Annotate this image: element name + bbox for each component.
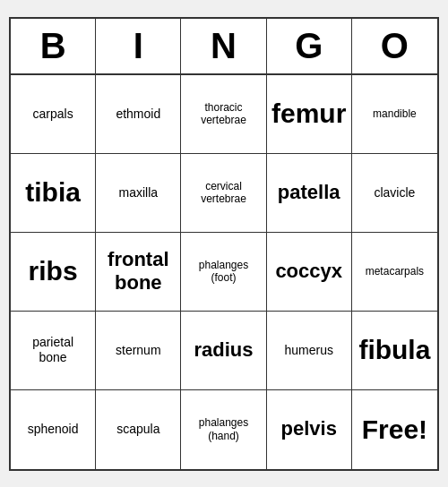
bingo-cell: phalanges (foot) — [181, 233, 266, 312]
bingo-cell: ribs — [11, 233, 96, 312]
header-letter: N — [181, 19, 266, 73]
bingo-cell: frontal bone — [96, 233, 181, 312]
bingo-cell: scapula — [96, 390, 181, 469]
header-letter: G — [267, 19, 352, 73]
bingo-cell: cervical vertebrae — [181, 154, 266, 233]
cell-label: radius — [194, 338, 253, 362]
header-letter: B — [11, 19, 96, 73]
cell-label: maxilla — [119, 185, 159, 201]
bingo-cell: sphenoid — [11, 390, 96, 469]
cell-label: cervical vertebrae — [201, 180, 246, 206]
cell-label: femur — [271, 98, 346, 130]
cell-label: thoracic vertebrae — [201, 101, 246, 127]
bingo-cell: mandible — [352, 75, 437, 154]
bingo-cell: ethmoid — [96, 75, 181, 154]
cell-label: mandible — [373, 107, 417, 120]
cell-label: ribs — [29, 255, 78, 287]
cell-label: fibula — [358, 334, 430, 366]
cell-label: scapula — [116, 422, 159, 437]
bingo-cell: coccyx — [267, 233, 352, 312]
bingo-cell: Free! — [352, 390, 437, 469]
cell-label: parietal bone — [32, 335, 73, 365]
cell-label: Free! — [362, 414, 427, 446]
header-letter: O — [352, 19, 437, 73]
bingo-header: BINGO — [11, 19, 437, 75]
cell-label: patella — [278, 181, 340, 204]
bingo-cell: carpals — [11, 75, 96, 154]
cell-label: frontal bone — [108, 248, 168, 295]
bingo-cell: parietal bone — [11, 312, 96, 390]
cell-label: ethmoid — [116, 107, 160, 122]
bingo-cell: fibula — [352, 312, 437, 390]
cell-label: coccyx — [275, 260, 342, 283]
cell-label: humerus — [284, 343, 332, 358]
bingo-cell: thoracic vertebrae — [181, 75, 266, 154]
bingo-card: BINGO carpalsethmoidthoracic vertebraefe… — [9, 17, 439, 471]
bingo-cell: maxilla — [96, 154, 181, 233]
cell-label: clavicle — [374, 185, 415, 201]
cell-label: sphenoid — [28, 422, 79, 437]
cell-label: phalanges (hand) — [199, 416, 248, 442]
bingo-cell: femur — [267, 75, 352, 154]
cell-label: sternum — [116, 343, 161, 358]
bingo-cell: clavicle — [352, 154, 437, 233]
header-letter: I — [96, 19, 181, 73]
bingo-cell: sternum — [96, 312, 181, 390]
bingo-cell: patella — [267, 154, 352, 233]
bingo-cell: pelvis — [267, 390, 352, 469]
cell-label: phalanges (foot) — [199, 259, 248, 285]
bingo-cell: tibia — [11, 154, 96, 233]
bingo-cell: humerus — [267, 312, 352, 390]
bingo-cell: radius — [181, 312, 266, 390]
bingo-grid: carpalsethmoidthoracic vertebraefemurman… — [11, 75, 437, 469]
cell-label: tibia — [25, 176, 81, 209]
cell-label: pelvis — [281, 417, 337, 440]
bingo-cell: phalanges (hand) — [181, 390, 266, 469]
bingo-cell: metacarpals — [352, 233, 437, 312]
cell-label: carpals — [33, 107, 73, 122]
cell-label: metacarpals — [366, 265, 424, 278]
